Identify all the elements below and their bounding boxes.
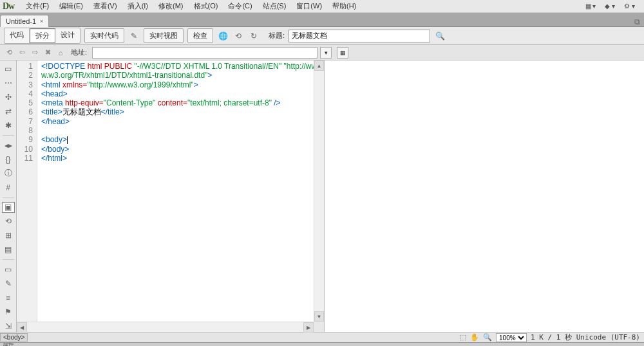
tool-bottom-3[interactable]: ⚑ xyxy=(2,306,15,318)
tool-top-3[interactable]: ⇄ xyxy=(2,105,15,117)
zoom-select[interactable]: 100% xyxy=(496,333,527,342)
live-code-edit-icon[interactable]: ✎ xyxy=(128,30,140,42)
line-gutter: 1234567891011 xyxy=(17,60,37,332)
view-mode-1[interactable]: 拆分 xyxy=(30,28,55,43)
view-mode-group: 代码拆分设计 xyxy=(4,28,80,44)
view-mode-2[interactable]: 设计 xyxy=(55,28,80,43)
globe-icon[interactable]: 🌐 xyxy=(217,30,229,42)
menu-extra-icon-2[interactable]: ⚙ ▾ xyxy=(624,3,635,10)
tool-bottom-1[interactable]: ✎ xyxy=(2,278,15,289)
menu-item-7[interactable]: 站点(S) xyxy=(259,0,290,12)
scroll-left-icon[interactable]: ◀ xyxy=(17,322,27,332)
menu-extra-icon-1[interactable]: ◆ ▾ xyxy=(605,3,615,10)
address-bar: ⟲ ⇦ ⇨ ✖ ⌂ 地址: ▾ ▦ xyxy=(0,45,644,60)
tool-bottom-4[interactable]: ⇲ xyxy=(2,320,15,332)
menu-item-6[interactable]: 命令(C) xyxy=(224,0,256,12)
code-editor[interactable]: 1234567891011 <!DOCTYPE html PUBLIC "-//… xyxy=(17,60,325,332)
title-input[interactable] xyxy=(289,30,430,42)
address-label: 地址: xyxy=(71,48,87,57)
scroll-right-icon[interactable]: ▶ xyxy=(303,322,314,332)
hand-tool-icon[interactable]: ✋ xyxy=(470,333,479,341)
tool-top-4[interactable]: ✱ xyxy=(2,120,15,131)
address-table-icon[interactable]: ▦ xyxy=(337,47,348,59)
scroll-up-icon[interactable]: ▲ xyxy=(314,60,324,71)
document-tab-row: Untitled-1 × ⧉ xyxy=(0,13,644,27)
properties-label: 属性 xyxy=(3,342,14,346)
addr-refresh-icon[interactable]: ⟲ xyxy=(4,48,14,58)
refresh-icon[interactable]: ⟲ xyxy=(232,30,244,42)
menu-extra-icon-0[interactable]: ▦ ▾ xyxy=(585,3,596,10)
scroll-down-icon[interactable]: ▼ xyxy=(314,311,324,322)
tool-top-7[interactable]: {} xyxy=(2,154,15,165)
tool-top-2[interactable]: ✣ xyxy=(2,91,15,103)
menu-item-3[interactable]: 插入(I) xyxy=(124,0,152,12)
close-icon[interactable]: × xyxy=(40,18,43,24)
horizontal-scrollbar[interactable]: ◀ ▶ xyxy=(17,322,314,332)
menu-item-5[interactable]: 格式(O) xyxy=(190,0,222,12)
tag-selector-bar: <body> ⬚ ✋ 🔍 100% 1 K / 1 秒 Unicode (UTF… xyxy=(0,332,644,342)
document-tab[interactable]: Untitled-1 × xyxy=(0,15,49,27)
status-text: 1 K / 1 秒 Unicode (UTF-8) xyxy=(531,332,640,342)
document-tab-title: Untitled-1 xyxy=(6,17,36,25)
addr-forward-icon[interactable]: ⇨ xyxy=(30,48,40,58)
menu-item-9[interactable]: 帮助(H) xyxy=(328,0,360,12)
menu-item-0[interactable]: 文件(F) xyxy=(22,0,53,12)
doctab-menu-icon[interactable]: ⧉ xyxy=(630,17,644,26)
address-dropdown-icon[interactable]: ▾ xyxy=(320,47,332,59)
live-code-button[interactable]: 实时代码 xyxy=(84,28,124,43)
tool-bottom-0[interactable]: ▭ xyxy=(2,264,15,275)
inspect-button[interactable]: 检查 xyxy=(187,28,213,43)
menu-item-2[interactable]: 查看(V) xyxy=(90,0,121,12)
tag-path[interactable]: <body> xyxy=(0,333,28,341)
tool-top-9[interactable]: # xyxy=(2,182,15,194)
tool-mid-2[interactable]: ▤ xyxy=(2,244,15,255)
title-label: 标题: xyxy=(269,31,285,41)
zoom-tool-icon[interactable]: 🔍 xyxy=(483,333,492,341)
menu-item-1[interactable]: 编辑(E) xyxy=(55,0,87,12)
title-search-icon[interactable]: 🔍 xyxy=(434,30,446,42)
tool-top-1[interactable]: ⋯ xyxy=(2,77,15,89)
menu-extra: ▦ ▾◆ ▾⚙ ▾ xyxy=(585,3,641,10)
select-tool-icon[interactable]: ⬚ xyxy=(460,333,466,341)
main-area: ▭⋯✣⇄✱◂▸{}ⓘ#▣⟲⊞▤▭✎≡⚑⇲ 1234567891011 <!DOC… xyxy=(0,60,644,332)
addr-stop-icon[interactable]: ✖ xyxy=(43,48,53,58)
code-text[interactable]: <!DOCTYPE html PUBLIC "-//W3C//DTD XHTML… xyxy=(37,60,324,332)
tool-top-6[interactable]: ◂▸ xyxy=(2,140,15,151)
menu-item-8[interactable]: 窗口(W) xyxy=(292,0,326,12)
view-toolbar: 代码拆分设计 实时代码 ✎ 实时视图 检查 🌐 ⟲ ↻ 标题: 🔍 xyxy=(0,27,644,45)
menu-items: 文件(F)编辑(E)查看(V)插入(I)修改(M)格式(O)命令(C)站点(S)… xyxy=(22,0,360,12)
reload-icon[interactable]: ↻ xyxy=(248,30,260,42)
addr-back-icon[interactable]: ⇦ xyxy=(17,48,27,58)
view-mode-0[interactable]: 代码 xyxy=(5,28,30,43)
tool-top-8[interactable]: ⓘ xyxy=(2,168,15,179)
addr-home-icon[interactable]: ⌂ xyxy=(55,48,66,58)
tool-mid-1[interactable]: ⊞ xyxy=(2,230,15,241)
menu-bar: Dw 文件(F)编辑(E)查看(V)插入(I)修改(M)格式(O)命令(C)站点… xyxy=(0,0,644,13)
live-view-button[interactable]: 实时视图 xyxy=(144,28,184,43)
address-input[interactable] xyxy=(92,47,317,59)
code-tools-sidebar: ▭⋯✣⇄✱◂▸{}ⓘ#▣⟲⊞▤▭✎≡⚑⇲ xyxy=(0,60,17,332)
properties-panel-header[interactable]: 属性 xyxy=(0,342,644,346)
tool-top-0[interactable]: ▭ xyxy=(2,63,15,75)
app-logo: Dw xyxy=(3,1,14,12)
tool-mid-0[interactable]: ⟲ xyxy=(2,215,15,227)
tool-mid-selected[interactable]: ▣ xyxy=(2,202,15,214)
design-preview[interactable] xyxy=(325,60,644,332)
menu-item-4[interactable]: 修改(M) xyxy=(155,0,187,12)
tool-bottom-2[interactable]: ≡ xyxy=(2,292,15,304)
vertical-scrollbar[interactable]: ▲ ▼ xyxy=(314,60,324,322)
